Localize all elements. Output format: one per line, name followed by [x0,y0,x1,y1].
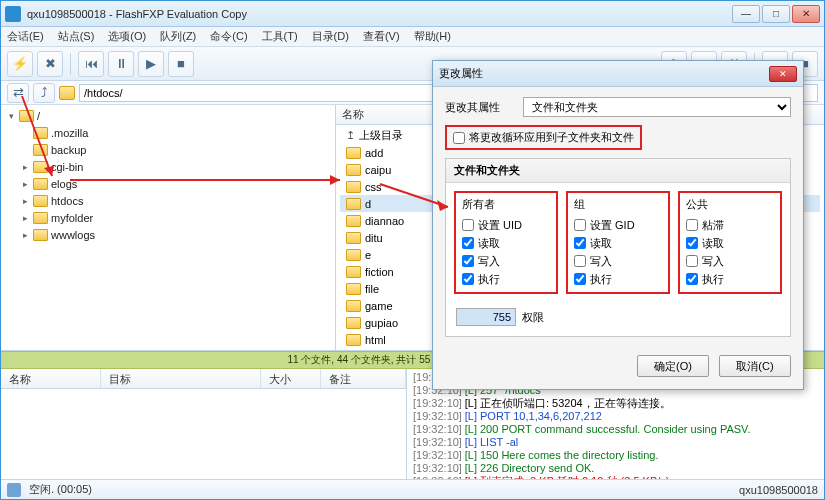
queue-col-remark[interactable]: 备注 [321,369,406,388]
window-title: qxu1098500018 - FlashFXP Evaluation Copy [27,8,732,20]
perm-label: 权限 [522,310,544,325]
menu-options[interactable]: 选项(O) [108,29,146,44]
list-item-d[interactable]: d [365,198,371,210]
close-button[interactable]: ✕ [792,5,820,23]
perm-value-input[interactable] [456,308,516,326]
statusbar: 空闲. (00:05) qxu1098500018 [1,479,824,499]
list-item[interactable]: game [365,300,393,312]
folder-icon [59,86,75,100]
tree-item[interactable]: cgi-bin [51,161,83,173]
status-icon [7,483,21,497]
owner-column: 所有者 设置 UID 读取 写入 执行 [454,191,558,294]
menu-sites[interactable]: 站点(S) [58,29,95,44]
queue-pane: 名称 目标 大小 备注 [1,369,407,479]
target-label: 更改其属性 [445,100,515,115]
dialog-titlebar[interactable]: 更改属性 ✕ [433,61,803,87]
recurse-checkbox[interactable] [453,132,465,144]
group-gid[interactable] [574,219,586,231]
queue-col-target[interactable]: 目标 [101,369,261,388]
attributes-dialog: 更改属性 ✕ 更改其属性 文件和文件夹 将更改循环应用到子文件夹和文件 文件和文… [432,60,804,390]
menubar: 会话(E) 站点(S) 选项(O) 队列(Z) 命令(C) 工具(T) 目录(D… [1,27,824,47]
group-exec[interactable] [574,273,586,285]
tb-stop[interactable]: ■ [168,51,194,77]
public-sticky[interactable] [686,219,698,231]
minimize-button[interactable]: — [732,5,760,23]
cancel-button[interactable]: 取消(C) [719,355,791,377]
menu-session[interactable]: 会话(E) [7,29,44,44]
owner-read[interactable] [462,237,474,249]
public-read[interactable] [686,237,698,249]
list-item[interactable]: fiction [365,266,394,278]
list-up[interactable]: 上级目录 [359,128,403,143]
menu-tools[interactable]: 工具(T) [262,29,298,44]
list-item[interactable]: gupiao [365,317,398,329]
left-pane: ▾/ .mozilla backup ▸cgi-bin ▸elogs ▸htdo… [1,105,336,350]
tb-play[interactable]: ▶ [138,51,164,77]
menu-queue[interactable]: 队列(Z) [160,29,196,44]
tree-item-htdocs[interactable]: htdocs [51,195,83,207]
queue-col-name[interactable]: 名称 [1,369,101,388]
tree-item[interactable]: .mozilla [51,127,88,139]
left-tree[interactable]: ▾/ .mozilla backup ▸cgi-bin ▸elogs ▸htdo… [1,105,335,350]
permissions-group: 文件和文件夹 所有者 设置 UID 读取 写入 执行 组 设置 GID 读取 写… [445,158,791,337]
list-item[interactable]: ditu [365,232,383,244]
tb-pause[interactable]: ⏸ [108,51,134,77]
titlebar[interactable]: qxu1098500018 - FlashFXP Evaluation Copy… [1,1,824,27]
dialog-title: 更改属性 [439,66,483,81]
status-right: qxu1098500018 [739,484,818,496]
group-read[interactable] [574,237,586,249]
app-icon [5,6,21,22]
tree-item[interactable]: myfolder [51,212,93,224]
group-column: 组 设置 GID 读取 写入 执行 [566,191,670,294]
list-item[interactable]: e [365,249,371,261]
menu-view[interactable]: 查看(V) [363,29,400,44]
list-item[interactable]: html [365,334,386,346]
list-item[interactable]: css [365,181,382,193]
tb-disconnect[interactable]: ✖ [37,51,63,77]
ok-button[interactable]: 确定(O) [637,355,709,377]
group-title: 文件和文件夹 [446,159,790,183]
list-item[interactable]: caipu [365,164,391,176]
tb-prev[interactable]: ⏮ [78,51,104,77]
status-left: 空闲. (00:05) [29,482,92,497]
public-exec[interactable] [686,273,698,285]
owner-exec[interactable] [462,273,474,285]
menu-commands[interactable]: 命令(C) [210,29,247,44]
tree-root[interactable]: / [37,110,40,122]
tb-connect[interactable]: ⚡ [7,51,33,77]
maximize-button[interactable]: □ [762,5,790,23]
tree-item[interactable]: elogs [51,178,77,190]
menu-help[interactable]: 帮助(H) [414,29,451,44]
path-tree-icon[interactable]: ⇄ [7,83,29,103]
public-write[interactable] [686,255,698,267]
owner-write[interactable] [462,255,474,267]
group-write[interactable] [574,255,586,267]
list-item[interactable]: file [365,283,379,295]
tree-item[interactable]: backup [51,144,86,156]
list-item[interactable]: add [365,147,383,159]
queue-col-size[interactable]: 大小 [261,369,321,388]
dialog-close-button[interactable]: ✕ [769,66,797,82]
path-up-icon[interactable]: ⤴ [33,83,55,103]
public-column: 公共 粘滞 读取 写入 执行 [678,191,782,294]
recurse-label: 将更改循环应用到子文件夹和文件 [469,130,634,145]
menu-directory[interactable]: 目录(D) [312,29,349,44]
tree-item[interactable]: wwwlogs [51,229,95,241]
owner-uid[interactable] [462,219,474,231]
list-item[interactable]: diannao [365,215,404,227]
target-select[interactable]: 文件和文件夹 [523,97,791,117]
